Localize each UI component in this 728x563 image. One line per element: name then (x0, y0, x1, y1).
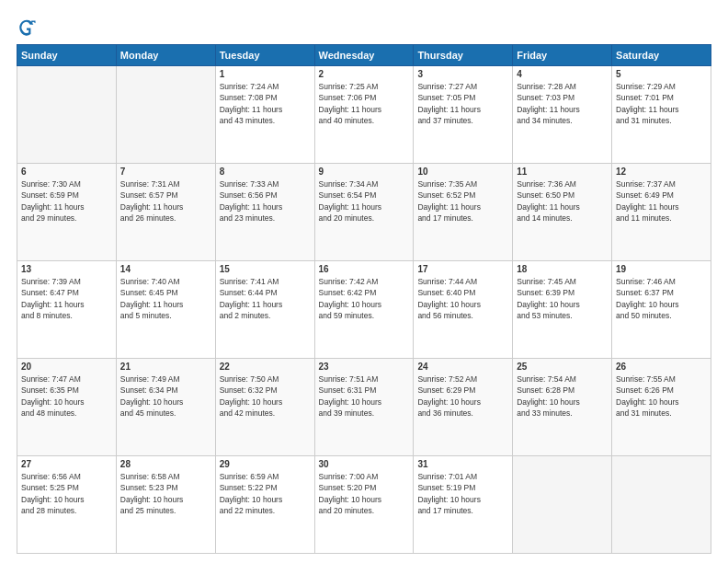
day-info: Sunrise: 7:33 AMSunset: 6:56 PMDaylight:… (220, 178, 311, 224)
day-info: Sunrise: 7:36 AMSunset: 6:50 PMDaylight:… (517, 178, 608, 224)
calendar-cell: 26Sunrise: 7:55 AMSunset: 6:26 PMDayligh… (612, 359, 711, 456)
day-info: Sunrise: 7:46 AMSunset: 6:37 PMDaylight:… (616, 276, 707, 321)
day-number: 16 (319, 264, 410, 274)
day-number: 1 (220, 69, 311, 79)
calendar-header-saturday: Saturday (612, 45, 711, 66)
calendar-cell: 1Sunrise: 7:24 AMSunset: 7:08 PMDaylight… (215, 66, 314, 164)
day-info: Sunrise: 7:24 AMSunset: 7:08 PMDaylight:… (220, 81, 311, 126)
day-info: Sunrise: 7:44 AMSunset: 6:40 PMDaylight:… (417, 276, 508, 321)
calendar-week-5: 27Sunrise: 6:56 AMSunset: 5:25 PMDayligh… (17, 456, 711, 554)
day-number: 28 (120, 459, 211, 469)
day-info: Sunrise: 7:40 AMSunset: 6:45 PMDaylight:… (120, 276, 211, 321)
day-number: 10 (417, 167, 508, 177)
day-number: 3 (417, 69, 508, 79)
day-number: 5 (616, 69, 707, 79)
day-info: Sunrise: 7:47 AMSunset: 6:35 PMDaylight:… (21, 373, 112, 419)
day-number: 25 (517, 362, 608, 372)
calendar-cell: 30Sunrise: 7:00 AMSunset: 5:20 PMDayligh… (314, 456, 414, 554)
day-info: Sunrise: 7:28 AMSunset: 7:03 PMDaylight:… (517, 81, 608, 126)
calendar-cell: 25Sunrise: 7:54 AMSunset: 6:28 PMDayligh… (513, 359, 612, 456)
calendar-cell: 2Sunrise: 7:25 AMSunset: 7:06 PMDaylight… (314, 66, 414, 164)
day-info: Sunrise: 7:55 AMSunset: 6:26 PMDaylight:… (616, 373, 707, 419)
calendar-header-friday: Friday (513, 45, 612, 66)
calendar-cell: 6Sunrise: 7:30 AMSunset: 6:59 PMDaylight… (17, 164, 117, 261)
day-info: Sunrise: 6:56 AMSunset: 5:25 PMDaylight:… (21, 471, 112, 516)
day-info: Sunrise: 7:30 AMSunset: 6:59 PMDaylight:… (21, 178, 112, 224)
day-number: 18 (517, 264, 608, 274)
calendar-cell: 23Sunrise: 7:51 AMSunset: 6:31 PMDayligh… (314, 359, 414, 456)
calendar-cell: 19Sunrise: 7:46 AMSunset: 6:37 PMDayligh… (612, 261, 711, 359)
day-number: 24 (417, 362, 508, 372)
day-number: 20 (21, 362, 112, 372)
day-info: Sunrise: 7:49 AMSunset: 6:34 PMDaylight:… (120, 373, 211, 419)
day-info: Sunrise: 7:52 AMSunset: 6:29 PMDaylight:… (417, 373, 508, 419)
day-info: Sunrise: 7:31 AMSunset: 6:57 PMDaylight:… (120, 178, 211, 224)
calendar-cell: 17Sunrise: 7:44 AMSunset: 6:40 PMDayligh… (414, 261, 513, 359)
calendar-header-tuesday: Tuesday (215, 45, 314, 66)
calendar-cell: 20Sunrise: 7:47 AMSunset: 6:35 PMDayligh… (17, 359, 117, 456)
calendar-cell: 24Sunrise: 7:52 AMSunset: 6:29 PMDayligh… (414, 359, 513, 456)
day-number: 7 (120, 167, 211, 177)
day-number: 12 (616, 167, 707, 177)
calendar-cell (513, 456, 612, 554)
calendar-cell: 8Sunrise: 7:33 AMSunset: 6:56 PMDaylight… (215, 164, 314, 261)
calendar-week-1: 1Sunrise: 7:24 AMSunset: 7:08 PMDaylight… (17, 66, 711, 164)
calendar-header-sunday: Sunday (17, 45, 117, 66)
day-info: Sunrise: 6:58 AMSunset: 5:23 PMDaylight:… (120, 471, 211, 516)
calendar-header-thursday: Thursday (414, 45, 513, 66)
calendar-header-wednesday: Wednesday (314, 45, 414, 66)
calendar-cell: 10Sunrise: 7:35 AMSunset: 6:52 PMDayligh… (414, 164, 513, 261)
logo-icon (17, 17, 37, 37)
calendar-cell: 4Sunrise: 7:28 AMSunset: 7:03 PMDaylight… (513, 66, 612, 164)
day-info: Sunrise: 7:50 AMSunset: 6:32 PMDaylight:… (220, 373, 311, 419)
day-info: Sunrise: 7:45 AMSunset: 6:39 PMDaylight:… (517, 276, 608, 321)
day-number: 22 (220, 362, 311, 372)
day-info: Sunrise: 7:35 AMSunset: 6:52 PMDaylight:… (417, 178, 508, 224)
calendar-cell: 3Sunrise: 7:27 AMSunset: 7:05 PMDaylight… (414, 66, 513, 164)
calendar-cell: 7Sunrise: 7:31 AMSunset: 6:57 PMDaylight… (116, 164, 215, 261)
day-number: 31 (417, 459, 508, 469)
calendar-cell (612, 456, 711, 554)
day-number: 26 (616, 362, 707, 372)
day-info: Sunrise: 7:25 AMSunset: 7:06 PMDaylight:… (319, 81, 410, 126)
calendar-cell: 28Sunrise: 6:58 AMSunset: 5:23 PMDayligh… (116, 456, 215, 554)
calendar-cell: 21Sunrise: 7:49 AMSunset: 6:34 PMDayligh… (116, 359, 215, 456)
day-info: Sunrise: 7:39 AMSunset: 6:47 PMDaylight:… (21, 276, 112, 321)
calendar-cell: 11Sunrise: 7:36 AMSunset: 6:50 PMDayligh… (513, 164, 612, 261)
day-number: 11 (517, 167, 608, 177)
day-info: Sunrise: 7:34 AMSunset: 6:54 PMDaylight:… (319, 178, 410, 224)
calendar-cell: 18Sunrise: 7:45 AMSunset: 6:39 PMDayligh… (513, 261, 612, 359)
header (17, 17, 711, 37)
day-number: 6 (21, 167, 112, 177)
calendar-cell: 9Sunrise: 7:34 AMSunset: 6:54 PMDaylight… (314, 164, 414, 261)
calendar-header-monday: Monday (116, 45, 215, 66)
day-number: 27 (21, 459, 112, 469)
day-number: 19 (616, 264, 707, 274)
calendar-cell: 16Sunrise: 7:42 AMSunset: 6:42 PMDayligh… (314, 261, 414, 359)
calendar-header-row: SundayMondayTuesdayWednesdayThursdayFrid… (17, 45, 711, 66)
calendar-cell: 27Sunrise: 6:56 AMSunset: 5:25 PMDayligh… (17, 456, 117, 554)
day-info: Sunrise: 7:42 AMSunset: 6:42 PMDaylight:… (319, 276, 410, 321)
calendar-cell: 22Sunrise: 7:50 AMSunset: 6:32 PMDayligh… (215, 359, 314, 456)
calendar-cell: 31Sunrise: 7:01 AMSunset: 5:19 PMDayligh… (414, 456, 513, 554)
day-info: Sunrise: 7:51 AMSunset: 6:31 PMDaylight:… (319, 373, 410, 419)
day-number: 21 (120, 362, 211, 372)
calendar-cell: 12Sunrise: 7:37 AMSunset: 6:49 PMDayligh… (612, 164, 711, 261)
day-number: 14 (120, 264, 211, 274)
page: SundayMondayTuesdayWednesdayThursdayFrid… (0, 0, 728, 563)
calendar-cell (17, 66, 117, 164)
day-number: 23 (319, 362, 410, 372)
calendar-table: SundayMondayTuesdayWednesdayThursdayFrid… (17, 44, 711, 554)
calendar-week-2: 6Sunrise: 7:30 AMSunset: 6:59 PMDaylight… (17, 164, 711, 261)
day-number: 29 (220, 459, 311, 469)
day-number: 13 (21, 264, 112, 274)
day-number: 4 (517, 69, 608, 79)
day-info: Sunrise: 7:29 AMSunset: 7:01 PMDaylight:… (616, 81, 707, 126)
day-info: Sunrise: 7:27 AMSunset: 7:05 PMDaylight:… (417, 81, 508, 126)
day-number: 8 (220, 167, 311, 177)
calendar-week-3: 13Sunrise: 7:39 AMSunset: 6:47 PMDayligh… (17, 261, 711, 359)
day-info: Sunrise: 7:37 AMSunset: 6:49 PMDaylight:… (616, 178, 707, 224)
day-number: 17 (417, 264, 508, 274)
calendar-cell: 5Sunrise: 7:29 AMSunset: 7:01 PMDaylight… (612, 66, 711, 164)
calendar-cell (116, 66, 215, 164)
